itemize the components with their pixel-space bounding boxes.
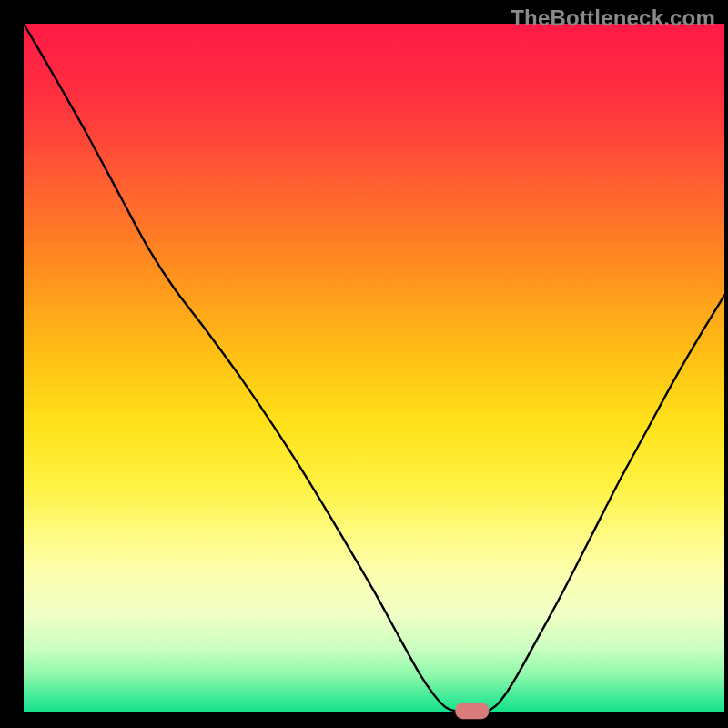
gradient-plot-area bbox=[24, 24, 724, 712]
minimum-marker bbox=[455, 703, 489, 719]
watermark-text: TheBottleneck.com bbox=[511, 5, 715, 31]
bottleneck-chart bbox=[0, 0, 728, 728]
chart-container: { "watermark": "TheBottleneck.com", "cha… bbox=[0, 0, 728, 728]
